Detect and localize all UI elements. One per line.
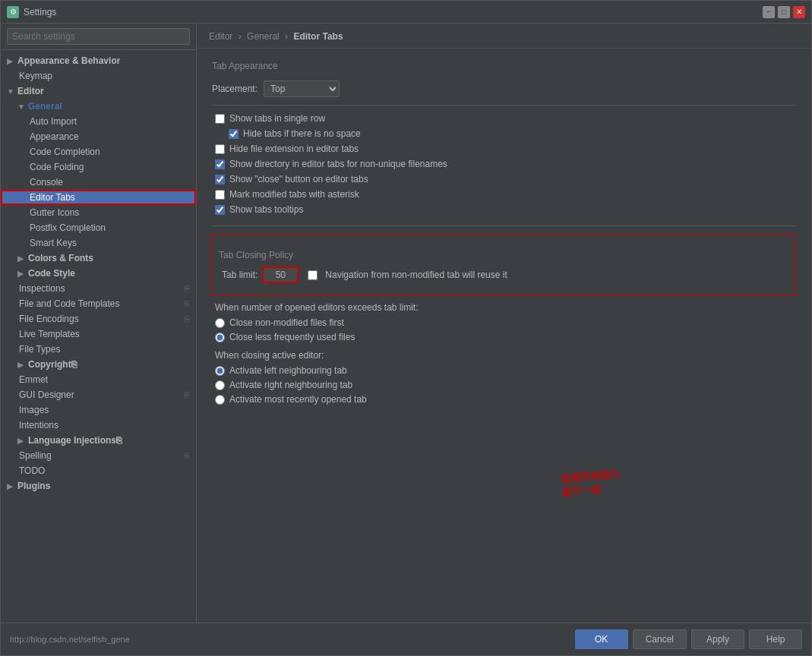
sidebar-item-console[interactable]: Console [1,175,196,190]
minimize-button[interactable]: − [763,6,775,18]
sidebar-item-file-code-templates[interactable]: File and Code Templates ⎘ [1,296,196,311]
show-tooltips-label[interactable]: Show tabs tooltips [229,204,303,215]
sidebar-item-label: Emmet [19,374,48,385]
sidebar-item-label: Colors & Fonts [28,253,93,263]
sidebar-item-appearance-behavior[interactable]: ▶ Appearance & Behavior [1,53,196,68]
content-area: Editor › General › Editor Tabs Tab Appea… [197,24,811,623]
sidebar-item-live-templates[interactable]: Live Templates [1,326,196,342]
placement-row: Placement: Top Bottom Left Right None [212,80,796,97]
placement-label: Placement: [212,84,258,94]
sidebar-item-code-completion[interactable]: Code Completion [1,144,196,159]
show-directory-row: Show directory in editor tabs for non-un… [212,159,796,169]
hide-file-extension-checkbox[interactable] [215,144,225,154]
search-input[interactable] [7,28,190,45]
sidebar-item-appearance[interactable]: Appearance [1,129,196,144]
copy-icon: ⎘ [185,314,190,323]
sidebar-item-inspections[interactable]: Inspections ⎘ [1,281,196,296]
sidebar-item-postfix-completion[interactable]: Postfix Completion [1,220,196,235]
sidebar-item-editor[interactable]: ▼ Editor [1,84,196,99]
expand-arrow: ▶ [17,270,28,278]
nav-reuse-checkbox[interactable] [308,270,318,280]
sidebar-item-code-style[interactable]: ▶ Code Style [1,266,196,281]
sidebar-item-file-types[interactable]: File Types [1,342,196,357]
sidebar-item-label: Console [30,177,63,188]
ok-button[interactable]: OK [575,629,628,649]
sidebar-item-label: Copyright [28,359,71,370]
sidebar: ▶ Appearance & Behavior Keymap ▼ Editor … [1,24,197,623]
sidebar-item-editor-tabs[interactable]: Editor Tabs [1,190,196,205]
breadcrumb-sep1: › [239,31,244,42]
show-close-button-checkbox[interactable] [215,175,225,184]
expand-arrow: ▶ [17,437,28,445]
sidebar-item-intentions[interactable]: Intentions [1,418,196,433]
expand-arrow: ▼ [17,102,28,111]
nav-reuse-label[interactable]: Navigation from non-modified tab will re… [325,270,507,280]
watermark-line2: 是干一些 [561,481,621,500]
activate-right-radio[interactable] [215,380,225,390]
sidebar-item-label: Smart Keys [30,238,77,248]
cancel-button[interactable]: Cancel [633,629,687,649]
show-tabs-single-row-label[interactable]: Show tabs in single row [229,113,325,124]
hide-tabs-no-space-checkbox[interactable] [229,129,239,139]
show-directory-label[interactable]: Show directory in editor tabs for non-un… [229,159,447,169]
activate-left-radio[interactable] [215,366,225,376]
sidebar-item-language-injections[interactable]: ▶ Language Injections ⎘ [1,433,196,448]
close-less-frequently-row: Close less frequently used files [212,332,796,342]
bottom-bar: http://blog.csdn.net/selfish_gene OK Can… [1,623,811,655]
apply-button[interactable]: Apply [691,629,744,649]
activate-left-label[interactable]: Activate left neighbouring tab [229,365,347,376]
show-tabs-single-row-row: Show tabs in single row [212,113,796,124]
show-close-button-row: Show "close" button on editor tabs [212,174,796,184]
sidebar-item-gutter-icons[interactable]: Gutter Icons [1,205,196,220]
sidebar-item-keymap[interactable]: Keymap [1,68,196,84]
close-less-frequently-radio[interactable] [215,333,225,342]
close-non-modified-radio[interactable] [215,318,225,328]
sidebar-item-label: Editor Tabs [30,192,75,203]
show-tooltips-row: Show tabs tooltips [212,204,796,215]
sidebar-item-todo[interactable]: TODO [1,463,196,478]
activate-recent-label[interactable]: Activate most recently opened tab [229,394,367,405]
show-directory-checkbox[interactable] [215,159,225,169]
sidebar-item-plugins[interactable]: ▶ Plugins [1,478,196,494]
sidebar-item-copyright[interactable]: ▶ Copyright ⎘ [1,357,196,372]
mark-modified-tabs-row: Mark modified tabs with asterisk [212,189,796,200]
activate-right-label[interactable]: Activate right neighbouring tab [229,380,352,390]
hide-file-extension-label[interactable]: Hide file extension in editor tabs [229,144,359,154]
help-button[interactable]: Help [749,629,802,649]
sidebar-item-file-encodings[interactable]: File Encodings ⎘ [1,311,196,326]
sidebar-item-smart-keys[interactable]: Smart Keys [1,235,196,251]
sidebar-item-code-folding[interactable]: Code Folding [1,159,196,175]
maximize-button[interactable]: □ [778,6,790,18]
sidebar-item-colors-fonts[interactable]: ▶ Colors & Fonts [1,251,196,266]
mark-modified-tabs-label[interactable]: Mark modified tabs with asterisk [229,189,359,200]
mark-modified-tabs-checkbox[interactable] [215,190,225,200]
close-non-modified-label[interactable]: Close non-modified files first [229,317,344,328]
close-non-modified-row: Close non-modified files first [212,317,796,328]
sidebar-item-label: Code Completion [30,147,100,157]
search-bar [1,24,196,50]
sidebar-item-spelling[interactable]: Spelling ⎘ [1,448,196,463]
sidebar-item-label: Appearance & Behavior [17,55,120,66]
placement-select[interactable]: Top Bottom Left Right None [264,80,340,97]
when-exceeds-label: When number of opened editors exceeds ta… [212,302,796,313]
closing-policy-title: Tab Closing Policy [219,250,789,260]
show-close-button-label[interactable]: Show "close" button on editor tabs [229,174,368,184]
tab-limit-input[interactable] [262,266,299,283]
close-less-frequently-label[interactable]: Close less frequently used files [229,332,355,342]
activate-recent-radio[interactable] [215,395,225,405]
sidebar-item-label: Postfix Completion [30,222,106,233]
sidebar-item-emmet[interactable]: Emmet [1,372,196,387]
hide-tabs-no-space-label[interactable]: Hide tabs if there is no space [243,128,361,139]
sidebar-item-label: Appearance [30,131,79,142]
sidebar-item-auto-import[interactable]: Auto Import [1,114,196,129]
breadcrumb-editor: Editor [209,31,232,42]
sidebar-item-label: Intentions [19,420,58,430]
sidebar-item-label: Gutter Icons [30,207,79,218]
sidebar-item-label: Editor [17,86,44,96]
show-tooltips-checkbox[interactable] [215,205,225,215]
sidebar-item-general[interactable]: ▼ General [1,99,196,114]
close-button[interactable]: ✕ [793,6,805,18]
sidebar-item-gui-designer[interactable]: GUI Designer ⎘ [1,387,196,402]
sidebar-item-images[interactable]: Images [1,402,196,418]
show-tabs-single-row-checkbox[interactable] [215,114,225,124]
